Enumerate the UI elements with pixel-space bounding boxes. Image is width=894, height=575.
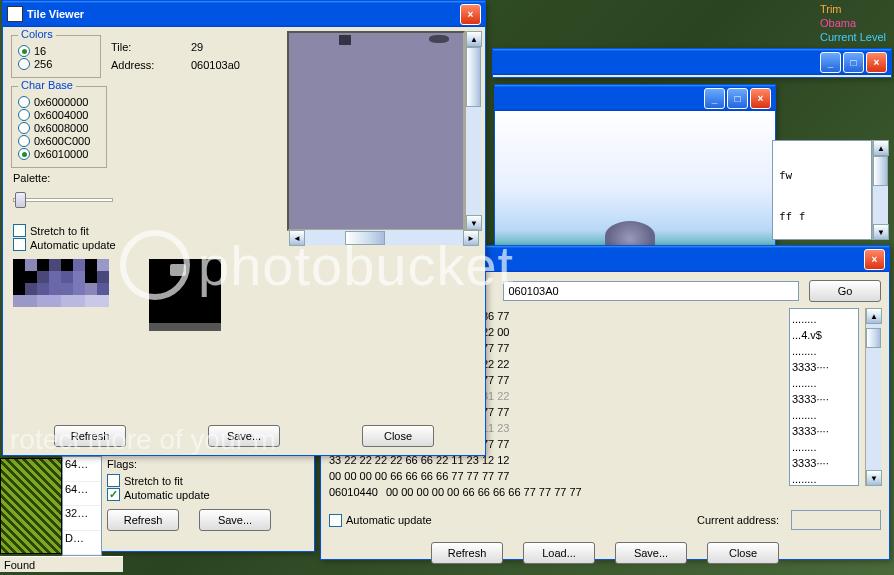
- scroll-left[interactable]: ◄: [289, 230, 305, 246]
- minimize-button[interactable]: _: [704, 88, 725, 109]
- swatch[interactable]: [73, 295, 85, 307]
- swatch[interactable]: [73, 283, 85, 295]
- tile-titlebar[interactable]: Tile Viewer ×: [3, 1, 485, 27]
- scroll-up[interactable]: ▲: [866, 308, 882, 324]
- scroll-up[interactable]: ▲: [466, 31, 482, 47]
- stretch-check[interactable]: Stretch to fit: [13, 224, 281, 237]
- radio-charbase-3[interactable]: 0x600C000: [18, 135, 100, 147]
- game-info-panel: Trim Obama Current Level: [812, 0, 894, 46]
- refresh-button[interactable]: Refresh: [54, 425, 126, 447]
- auto-update-check[interactable]: Automatic update: [329, 514, 432, 527]
- ascii-row: ........: [792, 375, 856, 391]
- swatch[interactable]: [37, 283, 49, 295]
- radio-charbase-0[interactable]: 0x6000000: [18, 96, 100, 108]
- side-item: D…: [63, 531, 101, 556]
- refresh-button[interactable]: Refresh: [107, 509, 179, 531]
- side-column: 64…64…32…D…: [62, 456, 102, 556]
- swatch[interactable]: [97, 283, 109, 295]
- swatch[interactable]: [13, 295, 25, 307]
- scroll-down[interactable]: ▼: [873, 224, 889, 240]
- tile-zoom: [149, 259, 221, 331]
- radio-charbase-4[interactable]: 0x6010000: [18, 148, 100, 160]
- swatch[interactable]: [61, 295, 73, 307]
- scroll-up[interactable]: ▲: [873, 140, 889, 156]
- swatch[interactable]: [25, 259, 37, 271]
- swatch[interactable]: [61, 259, 73, 271]
- radio-charbase-2[interactable]: 0x6008000: [18, 122, 100, 134]
- save-button[interactable]: Save...: [208, 425, 280, 447]
- swatch[interactable]: [61, 283, 73, 295]
- preview-hscroll[interactable]: ◄ ►: [289, 229, 479, 245]
- swatch[interactable]: [49, 295, 61, 307]
- swatch[interactable]: [25, 283, 37, 295]
- hex-addr-row: 06010440 00 00 00 00 00 66 66 66 66 77 7…: [329, 484, 783, 500]
- charbase-legend: Char Base: [18, 79, 76, 91]
- swatch[interactable]: [13, 259, 25, 271]
- preview-vscroll[interactable]: ▲ ▼: [465, 31, 481, 231]
- radio-256-label: 256: [34, 58, 52, 70]
- swatch[interactable]: [97, 259, 109, 271]
- side-item: 32…: [63, 506, 101, 531]
- stretch-check[interactable]: Stretch to fit: [107, 474, 308, 487]
- swatch[interactable]: [97, 271, 109, 283]
- swatch[interactable]: [49, 259, 61, 271]
- game-trim: Trim: [820, 2, 886, 16]
- scroll-track[interactable]: [873, 156, 888, 224]
- close-button[interactable]: ×: [460, 4, 481, 25]
- close-button[interactable]: ×: [866, 52, 887, 73]
- close-button[interactable]: Close: [362, 425, 434, 447]
- maximize-button[interactable]: □: [843, 52, 864, 73]
- tile-viewer-window: Tile Viewer × Colors 16 256 Tile:29 Addr…: [2, 0, 486, 456]
- minimize-button[interactable]: _: [820, 52, 841, 73]
- hex-row[interactable]: 00 00 00 00 66 66 66 66 77 77 77 77: [329, 468, 783, 484]
- swatch[interactable]: [97, 295, 109, 307]
- load-button[interactable]: Load...: [523, 542, 595, 564]
- close-button[interactable]: ×: [750, 88, 771, 109]
- swatch[interactable]: [13, 283, 25, 295]
- palette-slider[interactable]: [13, 188, 113, 210]
- frag-scroll[interactable]: ▲ ▼: [872, 140, 888, 240]
- swatch[interactable]: [25, 271, 37, 283]
- ascii-row: ........: [792, 439, 856, 455]
- swatch[interactable]: [37, 295, 49, 307]
- close-button[interactable]: ×: [864, 249, 885, 270]
- app-icon: [7, 6, 23, 22]
- swatch[interactable]: [85, 283, 97, 295]
- swatch[interactable]: [37, 259, 49, 271]
- side-item: 64…: [63, 482, 101, 507]
- tile-preview-canvas[interactable]: [287, 31, 465, 231]
- emu-titlebar[interactable]: _ □ ×: [495, 85, 775, 111]
- swatch[interactable]: [85, 259, 97, 271]
- ascii-row: 3333····: [792, 423, 856, 439]
- bg-titlebar[interactable]: _ □ ×: [493, 49, 891, 75]
- radio-16[interactable]: 16: [18, 45, 94, 57]
- swatch[interactable]: [73, 271, 85, 283]
- go-button[interactable]: Go: [809, 280, 881, 302]
- radio-256[interactable]: 256: [18, 58, 94, 70]
- hex-scroll[interactable]: ▲ ▼: [865, 308, 881, 486]
- swatch[interactable]: [49, 271, 61, 283]
- swatch[interactable]: [25, 295, 37, 307]
- scroll-down[interactable]: ▼: [866, 470, 882, 486]
- palette-swatches[interactable]: [13, 259, 109, 331]
- swatch[interactable]: [85, 295, 97, 307]
- swatch[interactable]: [85, 271, 97, 283]
- auto-label: Automatic update: [30, 239, 116, 251]
- swatch[interactable]: [37, 271, 49, 283]
- auto-check[interactable]: Automatic update: [107, 488, 308, 501]
- swatch[interactable]: [13, 271, 25, 283]
- emulator-window: _ □ ×: [494, 84, 776, 254]
- radio-charbase-1[interactable]: 0x6004000: [18, 109, 100, 121]
- swatch[interactable]: [73, 259, 85, 271]
- save-button[interactable]: Save...: [615, 542, 687, 564]
- swatch[interactable]: [49, 283, 61, 295]
- swatch[interactable]: [61, 271, 73, 283]
- refresh-button[interactable]: Refresh: [431, 542, 503, 564]
- maximize-button[interactable]: □: [727, 88, 748, 109]
- scroll-right[interactable]: ►: [463, 230, 479, 246]
- address-input[interactable]: [503, 281, 799, 301]
- close-button[interactable]: Close: [707, 542, 779, 564]
- save-button[interactable]: Save...: [199, 509, 271, 531]
- emu-canvas: [495, 111, 775, 251]
- auto-check[interactable]: Automatic update: [13, 238, 281, 251]
